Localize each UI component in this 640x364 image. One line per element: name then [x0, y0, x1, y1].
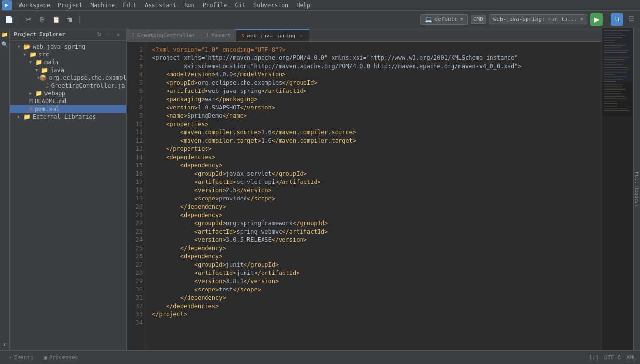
footer-tab-events[interactable]: ⚡ Events — [4, 353, 38, 362]
tab-xml-icon: X — [241, 33, 244, 38]
menu-run[interactable]: Run — [180, 1, 199, 10]
menu-assistant[interactable]: Assistant — [141, 1, 180, 10]
tab-greeting-label: GreetingController — [137, 32, 195, 38]
tree-item-external-libs[interactable]: ▶ 📁 External Libraries — [10, 113, 126, 121]
tab-close-btn[interactable]: × — [298, 33, 304, 38]
menu-profile[interactable]: Profile — [199, 1, 231, 10]
status-file-type: XML — [626, 354, 636, 361]
menu-workspace[interactable]: Workspace — [15, 1, 54, 10]
run-config-selector[interactable]: web-java-spring: run to... ▼ — [489, 14, 587, 24]
tab-assert-label: Assert — [211, 32, 231, 38]
panel-close-btn[interactable]: × — [114, 31, 122, 38]
toolbar-user-btn[interactable]: U — [611, 13, 623, 26]
run-env-selector[interactable]: 💻 default ▼ — [420, 14, 468, 25]
tree-item-pom-xml[interactable]: ▶ X pom.xml — [10, 105, 126, 113]
tree-item-readme[interactable]: ▶ M README.md — [10, 97, 126, 105]
toolbar-new-btn[interactable]: 📄 — [3, 14, 15, 25]
menu-machine[interactable]: Machine — [87, 1, 119, 10]
tab-web-java-label: web-java-spring — [247, 33, 295, 39]
menu-project[interactable]: Project — [54, 1, 87, 10]
tree-item-java[interactable]: ▼ 📁 java — [10, 66, 126, 74]
tab-assert[interactable]: J Assert — [201, 29, 236, 41]
tab-greeting-controller[interactable]: J GreetingController — [127, 29, 201, 41]
tab-web-java-spring[interactable]: X web-java-spring × — [236, 29, 309, 41]
run-config: 💻 default ▼ CMD web-java-spring: run to.… — [420, 13, 603, 26]
tree-item-package[interactable]: ▼ 📦 org.eclipse.che.example... — [10, 74, 126, 82]
tree-item-greeting-controller[interactable]: ▶ J GreetingController.ja... — [10, 82, 126, 90]
project-explorer: Project Explorer ↻ − × ▼ 📂 web-java-spri… — [10, 28, 127, 350]
icon-bar-explorer[interactable]: 📁 — [0, 30, 9, 39]
menu-edit[interactable]: Edit — [119, 1, 141, 10]
minimap — [602, 28, 633, 350]
main-layout: 📁 🔍 ⌶ Project Explorer ↻ − × ▼ 📂 web-jav… — [0, 28, 640, 350]
line-numbers: 1234567891011121314151617181920212223242… — [127, 42, 146, 350]
run-config-name: web-java-spring: run to... — [493, 16, 577, 22]
toolbar-separator-1 — [19, 15, 19, 24]
status-encoding: UTF-8 — [604, 354, 621, 361]
menu-subversion[interactable]: Subversion — [249, 1, 292, 10]
icon-bar-search[interactable]: 🔍 — [0, 40, 9, 49]
processes-label: Processes — [49, 354, 78, 361]
file-tree: ▼ 📂 web-java-spring ▼ 📁 src ▼ 📁 main ▼ 📁… — [10, 41, 126, 350]
full-request-label: Full Request — [633, 168, 640, 211]
tree-item-src[interactable]: ▼ 📁 src — [10, 51, 126, 58]
menu-git[interactable]: Git — [231, 1, 249, 10]
panel-actions: ↻ − × — [95, 31, 122, 38]
menu-bar: ▶ Workspace Project Machine Edit Assista… — [0, 0, 640, 11]
tab-assert-java-icon: J — [206, 33, 208, 38]
events-label: Events — [14, 354, 34, 361]
full-request-panel[interactable]: Full Request — [633, 28, 640, 350]
tree-item-main[interactable]: ▼ 📁 main — [10, 58, 126, 66]
project-explorer-header: Project Explorer ↻ − × — [10, 28, 126, 41]
minimap-canvas — [602, 28, 633, 116]
footer-status-right: 1:1 UTF-8 XML — [589, 354, 636, 361]
code-content[interactable]: <?xml version="1.0" encoding="UTF-8"?><p… — [146, 42, 602, 350]
icon-bar: 📁 🔍 ⌶ — [0, 28, 10, 350]
tab-greeting-java-icon: J — [132, 33, 134, 38]
code-editor[interactable]: 1234567891011121314151617181920212223242… — [127, 42, 602, 350]
tree-item-root[interactable]: ▼ 📂 web-java-spring — [10, 43, 126, 51]
toolbar-settings-btn[interactable]: ☰ — [625, 13, 637, 25]
editor-area: J GreetingController J Assert X web-java… — [127, 28, 602, 350]
project-explorer-title: Project Explorer — [14, 31, 65, 37]
app-logo: ▶ — [2, 0, 12, 10]
menu-help[interactable]: Help — [292, 1, 314, 10]
tree-item-webapp[interactable]: ▶ 📁 webapp — [10, 90, 126, 97]
panel-collapse-btn[interactable]: − — [105, 31, 113, 38]
footer-tab-processes[interactable]: ▣ Processes — [39, 353, 83, 362]
toolbar-cut-btn[interactable]: ✂ — [23, 14, 35, 25]
toolbar-copy-btn[interactable]: ⎘ — [37, 14, 48, 25]
toolbar-separator-2 — [79, 15, 80, 24]
panel-refresh-btn[interactable]: ↻ — [95, 31, 103, 38]
run-type-badge: CMD — [471, 15, 486, 24]
run-button[interactable]: ▶ — [590, 13, 603, 26]
status-position: 1:1 — [589, 354, 599, 361]
tab-bar: J GreetingController J Assert X web-java… — [127, 28, 602, 42]
processes-icon: ▣ — [44, 354, 47, 361]
toolbar: 📄 ✂ ⎘ 📋 🗑 💻 default ▼ CMD web-java-sprin… — [0, 11, 640, 28]
run-env-label: default — [435, 16, 457, 22]
footer: ⚡ Events ▣ Processes 1:1 UTF-8 XML — [0, 350, 640, 364]
icon-bar-git[interactable]: ⌶ — [0, 340, 9, 348]
toolbar-delete-btn[interactable]: 🗑 — [64, 14, 75, 25]
toolbar-paste-btn[interactable]: 📋 — [50, 14, 62, 25]
events-icon: ⚡ — [9, 354, 12, 361]
